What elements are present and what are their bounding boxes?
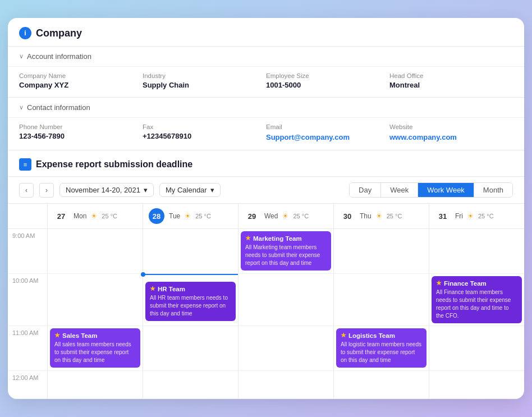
cell-10am-mon[interactable] [47,274,143,326]
head-office-cell: Head Office Montreal [389,72,513,89]
industry-cell: Industry Supply Chain [143,72,266,89]
company-title: Company [36,28,82,39]
calendar-icon: ≡ [19,158,31,171]
day-name-mon: Mon [74,212,86,220]
day-name-wed: Wed [264,212,278,220]
cell-10am-fri[interactable]: ★ Finance Team All Finance team members … [429,274,524,326]
tab-workweek[interactable]: Work Week [418,183,474,197]
cell-9am-wed[interactable]: ★ Marketing Team All Marketing team memb… [238,229,333,273]
cell-12am-tue[interactable] [143,371,238,398]
event-marketing-title: ★ Marketing Team [245,235,327,242]
day-number-27: 27 [53,208,69,224]
day-col-thu: 30 Thu ☀ 25 °C [333,204,429,228]
cell-11am-fri[interactable] [429,326,524,370]
event-hr-desc: All HR team members needs to submit thei… [150,294,231,318]
contact-info-row: Phone Number 123-456-7890 Fax +123456789… [8,118,524,150]
tab-week[interactable]: Week [381,183,418,197]
current-time-indicator [143,274,238,275]
cell-11am-wed[interactable] [238,326,333,370]
event-marketing[interactable]: ★ Marketing Team All Marketing team memb… [241,231,331,271]
website-value[interactable]: www.company.com [389,133,457,141]
cell-10am-tue[interactable]: ★ HR Team All HR team members needs to s… [143,274,238,326]
email-value[interactable]: Support@company.com [266,133,350,141]
day-col-tue: 28 Tue ☀ 25 °C [143,204,238,228]
day-name-fri: Fri [455,212,463,220]
star-icon-finance: ★ [436,279,442,287]
event-sales[interactable]: ★ Sales Team All sales team members need… [50,328,140,368]
cell-11am-thu[interactable]: ★ Logistics Team All logistic team membe… [333,326,429,370]
calendar-selector-button[interactable]: My Calendar ▾ [159,183,221,197]
company-name-label: Company Name [19,72,143,79]
date-range-label: November 14-20, 2021 [66,186,140,194]
phone-cell: Phone Number 123-456-7890 [19,123,143,142]
account-info-row: Company Name Company XYZ Industry Supply… [8,67,524,98]
event-hr[interactable]: ★ HR Team All HR team members needs to s… [145,282,236,321]
event-sales-title: ★ Sales Team [54,332,136,339]
star-icon-hr: ★ [150,285,155,292]
weather-temp-mon: 25 °C [102,213,117,219]
company-icon: i [19,27,31,39]
weather-temp-fri: 25 °C [478,213,494,219]
cell-9am-fri[interactable] [429,229,524,273]
day-col-fri: 31 Fri ☀ 25 °C [429,204,524,228]
time-row-9am: 9:00 AM ★ Marketing Team All Marketing t… [8,229,524,274]
cell-9am-mon[interactable] [47,229,143,273]
account-info-toggle[interactable]: ∨ Account information [8,47,524,67]
cell-12am-wed[interactable] [238,371,333,398]
day-header-fri: 31 Fri ☀ 25 °C [429,204,524,228]
industry-label: Industry [143,72,266,79]
event-marketing-desc: All Marketing team members needs to subm… [245,244,327,267]
cell-10am-thu[interactable] [333,274,429,326]
event-logistics-title: ★ Logistics Team [341,332,422,339]
day-header-thu: 30 Thu ☀ 25 °C [334,204,429,228]
cell-12am-thu[interactable] [333,371,429,398]
phone-label: Phone Number [19,123,143,130]
prev-button[interactable]: ‹ [19,183,34,198]
contact-section-label: Contact information [27,103,90,112]
chevron-icon: ∨ [19,53,24,60]
time-dot [141,272,145,277]
event-finance-title: ★ Finance Team [436,279,517,287]
event-finance[interactable]: ★ Finance Team All Finance team members … [432,276,522,323]
head-office-value: Montreal [389,81,513,89]
day-name-tue: Tue [169,212,180,220]
contact-info-toggle[interactable]: ∨ Contact information [8,98,524,118]
company-name-cell: Company Name Company XYZ [19,72,143,89]
employee-size-label: Employee Size [266,72,389,79]
cell-9am-thu[interactable] [333,229,429,273]
next-button[interactable]: › [39,183,54,198]
time-row-10am: 10:00 AM ★ HR Team All HR team members n… [8,274,524,326]
weather-temp-thu: 25 °C [387,213,402,219]
website-label: Website [389,123,513,130]
fax-label: Fax [143,123,266,130]
time-row-11am: 11:00 AM ★ Sales Team All sales team mem… [8,326,524,371]
tab-month[interactable]: Month [474,183,512,197]
cell-9am-tue[interactable] [143,229,238,273]
star-icon: ★ [245,235,251,242]
date-range-button[interactable]: November 14-20, 2021 ▾ [59,183,154,197]
calendar-section-header: ≡ Expense report submission deadline [8,150,524,177]
cell-10am-wed[interactable] [238,274,333,326]
day-number-31: 31 [435,208,451,224]
fax-cell: Fax +12345678910 [143,123,266,142]
event-hr-title: ★ HR Team [150,285,231,292]
head-office-label: Head Office [389,72,513,79]
time-label-10am: 10:00 AM [8,274,47,326]
cell-11am-mon[interactable]: ★ Sales Team All sales team members need… [47,326,143,370]
event-sales-desc: All sales team members needs to submit t… [54,341,136,364]
weather-temp-wed: 25 °C [293,213,309,219]
calendar-header-row: 27 Mon ☀ 25 °C 28 Tue ☀ 25 °C 29 [8,204,524,229]
cell-12am-mon[interactable] [47,371,143,398]
tab-day[interactable]: Day [350,183,381,197]
chevron-icon-2: ∨ [19,104,24,111]
calendar-toolbar: ‹ › November 14-20, 2021 ▾ My Calendar ▾… [8,177,524,204]
cell-12am-fri[interactable] [429,371,524,398]
event-finance-desc: All Finance team members needs to submit… [436,288,517,320]
email-label: Email [266,123,389,130]
cell-11am-tue[interactable] [143,326,238,370]
event-logistics[interactable]: ★ Logistics Team All logistic team membe… [336,328,426,368]
time-column-header [8,204,47,228]
day-col-mon: 27 Mon ☀ 25 °C [47,204,143,228]
view-tabs: Day Week Work Week Month [349,182,513,198]
account-section-label: Account information [27,52,91,61]
